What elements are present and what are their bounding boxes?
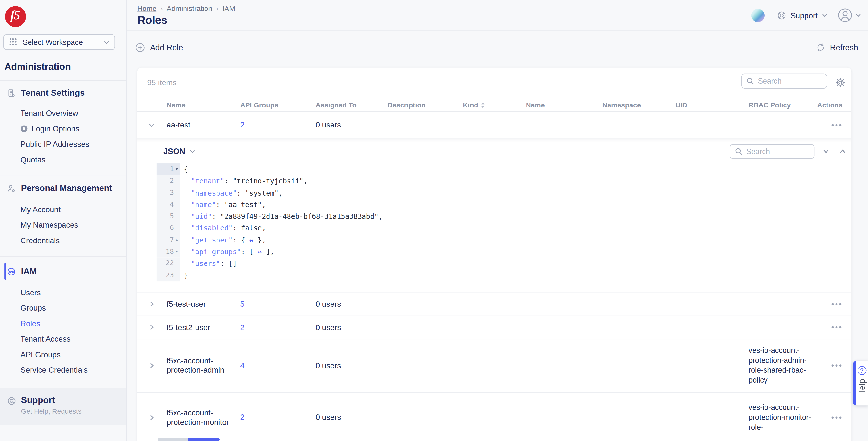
json-panel-header: JSON xyxy=(163,143,847,159)
sidebar-item-public-ip-addresses[interactable]: Public IP Addresses xyxy=(0,136,126,152)
refresh-button[interactable]: Refresh xyxy=(816,43,858,52)
sidebar-item-label: Login Options xyxy=(31,124,79,133)
table-row[interactable]: f5-test-user50 users xyxy=(137,293,851,316)
json-search-next-icon[interactable] xyxy=(821,146,831,156)
support-menu-label: Support xyxy=(790,11,818,20)
table-search[interactable] xyxy=(741,74,827,89)
sidebar-item-groups[interactable]: Groups xyxy=(0,300,126,316)
row-name: aa-test xyxy=(167,120,241,130)
json-search[interactable] xyxy=(730,144,814,159)
row-actions-menu[interactable] xyxy=(830,362,843,370)
json-code-line: 5"uid": "2a889f49-2d1a-48eb-bf68-31a15a3… xyxy=(157,210,842,222)
json-view-dropdown[interactable]: JSON xyxy=(163,147,195,155)
json-search-prev-icon[interactable] xyxy=(837,146,847,156)
json-search-input[interactable] xyxy=(746,147,809,155)
sidebar-item-quotas[interactable]: Quotas xyxy=(0,152,126,167)
row-actions-menu[interactable] xyxy=(830,121,843,129)
sidebar-item-credentials[interactable]: Credentials xyxy=(0,233,126,248)
row-actions-menu[interactable] xyxy=(830,324,843,332)
json-code-line: 1▾{ xyxy=(157,164,842,175)
scrollbar-thumb[interactable] xyxy=(188,438,220,441)
breadcrumb-home[interactable]: Home xyxy=(137,4,156,13)
sidebar-item-users[interactable]: Users xyxy=(0,285,126,300)
table-row[interactable]: f5-test2-user20 users xyxy=(137,316,851,340)
sidebar-item-label: My Namespaces xyxy=(21,220,78,229)
expand-row-icon[interactable] xyxy=(147,323,161,332)
column-5-name: Name xyxy=(526,101,602,109)
sidebar-item-label: Groups xyxy=(21,303,46,312)
api-groups-count-link[interactable]: 4 xyxy=(240,361,245,370)
column-label: UID xyxy=(675,101,687,109)
collapse-row-icon[interactable] xyxy=(147,120,161,129)
sidebar-item-label: My Account xyxy=(21,205,61,214)
api-groups-count-link[interactable]: 2 xyxy=(240,323,245,332)
expand-row-icon[interactable] xyxy=(147,300,161,308)
breadcrumb-administration[interactable]: Administration xyxy=(167,4,212,13)
row-actions-menu[interactable] xyxy=(830,300,843,308)
grid-dots-icon xyxy=(9,37,18,47)
user-avatar-icon xyxy=(837,8,852,23)
lock-badge-icon xyxy=(21,125,28,132)
help-tab[interactable]: ? Help xyxy=(853,361,868,405)
line-number: 2 xyxy=(157,175,180,187)
table-row[interactable]: aa-test20 users xyxy=(137,112,851,139)
sidebar-item-label: Public IP Addresses xyxy=(21,140,89,148)
fold-open-icon[interactable]: ▾ xyxy=(174,164,180,175)
json-panel-controls xyxy=(730,144,847,159)
api-groups-count-link[interactable]: 5 xyxy=(240,300,245,308)
fold-closed-icon[interactable]: ▸ xyxy=(174,234,180,246)
sidebar-item-my-account[interactable]: My Account xyxy=(0,202,126,217)
column-3-description: Description xyxy=(388,101,463,109)
row-actions-menu[interactable] xyxy=(830,414,843,421)
topbar-right: Support xyxy=(751,0,861,31)
sidebar-item-login-options[interactable]: Login Options xyxy=(0,121,126,136)
sidebar-support[interactable]: Support Get Help, Requests xyxy=(0,388,126,425)
json-code-block[interactable]: 1▾{2"tenant": "treino-tyjcbsii",3"namesp… xyxy=(157,164,842,281)
table-settings-gear-icon[interactable] xyxy=(835,77,846,88)
sidebar-section-iam: IAMUsersGroupsRolesTenant AccessAPI Grou… xyxy=(0,256,126,388)
sidebar-item-service-credentials[interactable]: Service Credentials xyxy=(0,362,126,378)
json-code-line: 7▸"get_spec": { ↔ }, xyxy=(157,234,842,246)
table-toolbar: 95 items xyxy=(137,68,851,99)
json-view-label: JSON xyxy=(163,147,185,155)
table-row[interactable]: f5xc-account-protection-monitor20 usersv… xyxy=(137,393,851,441)
expand-row-icon[interactable] xyxy=(147,361,161,370)
table-search-input[interactable] xyxy=(758,77,822,85)
f5-logo-text: f5 xyxy=(10,8,20,23)
fold-closed-icon[interactable]: ▸ xyxy=(174,246,180,258)
expand-row-icon[interactable] xyxy=(147,413,161,422)
add-role-button[interactable]: Add Role xyxy=(135,43,183,53)
sidebar-item-tenant-overview[interactable]: Tenant Overview xyxy=(0,105,126,121)
line-number: 18▸ xyxy=(157,246,180,258)
row-name: f5-test2-user xyxy=(167,323,241,332)
line-number: 3 xyxy=(157,187,180,199)
assigned-to-value: 0 users xyxy=(316,361,388,371)
chevron-down-icon xyxy=(822,12,828,18)
table-row[interactable]: f5xc-account-protection-admin40 usersves… xyxy=(137,340,851,393)
workspace-selector[interactable]: Select Workspace xyxy=(3,34,115,50)
sidebar-section-header-personal-management[interactable]: Personal Management xyxy=(0,178,126,198)
column-actions: Actions xyxy=(817,99,843,112)
kind-sort-icon[interactable] xyxy=(480,101,485,108)
plus-circle-icon xyxy=(135,43,145,53)
table-body: aa-test20 users JSON xyxy=(137,112,851,441)
account-menu[interactable] xyxy=(837,8,861,23)
api-groups-count-link[interactable]: 2 xyxy=(240,413,245,422)
assigned-to-value: 0 users xyxy=(316,300,388,309)
sidebar-item-roles[interactable]: Roles xyxy=(0,316,126,331)
json-code-line: 3"namespace": "system", xyxy=(157,187,842,199)
horizontal-scrollbar[interactable] xyxy=(158,438,220,441)
sidebar-item-tenant-access[interactable]: Tenant Access xyxy=(0,331,126,347)
breadcrumb-iam[interactable]: IAM xyxy=(222,4,235,13)
sidebar-section-header-iam[interactable]: IAM xyxy=(0,261,126,281)
support-menu[interactable]: Support xyxy=(777,10,828,20)
sidebar-section-header-tenant-settings[interactable]: Tenant Settings xyxy=(0,83,126,103)
column-8-rbac-policy: RBAC Policy xyxy=(748,101,824,109)
f5-logo[interactable]: f5 xyxy=(5,6,26,27)
api-groups-count-link[interactable]: 2 xyxy=(240,120,245,129)
column-label: Description xyxy=(388,101,426,109)
sidebar-item-my-namespaces[interactable]: My Namespaces xyxy=(0,217,126,233)
sidebar-item-api-groups[interactable]: API Groups xyxy=(0,347,126,362)
tenant-avatar[interactable] xyxy=(751,8,765,22)
breadcrumb: Home › Administration › IAM xyxy=(137,4,235,13)
